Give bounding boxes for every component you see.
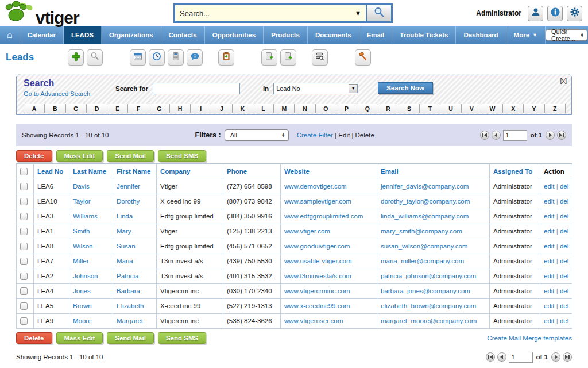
alphabet-letter-C[interactable]: C — [65, 103, 87, 113]
last-name-link[interactable]: Moore — [73, 317, 92, 324]
del-link[interactable]: del — [560, 288, 568, 294]
email-link[interactable]: jennifer_davis@company.com — [381, 183, 469, 190]
del-link[interactable]: del — [560, 302, 568, 309]
search-dropdown-icon[interactable]: ▼ — [350, 5, 366, 21]
alphabet-letter-Q[interactable]: Q — [357, 103, 378, 113]
email-link[interactable]: barbara_jones@company.com — [381, 288, 470, 294]
import-button[interactable] — [261, 49, 277, 66]
row-checkbox[interactable] — [20, 317, 28, 325]
alphabet-letter-O[interactable]: O — [315, 103, 336, 113]
previous-page-button[interactable] — [497, 352, 506, 362]
email-link[interactable]: margaret_moore@company.com — [381, 317, 477, 324]
delete-button[interactable]: Delete — [16, 150, 52, 162]
send-mail-button[interactable]: Send Mail — [107, 332, 154, 344]
website-link[interactable]: www.usable-vtiger.com — [284, 258, 352, 264]
tab-contacts[interactable]: Contacts — [161, 26, 205, 44]
clock-button[interactable] — [149, 49, 165, 66]
settings-button[interactable] — [567, 6, 582, 21]
first-name-link[interactable]: Susan — [117, 243, 136, 250]
last-page-button[interactable] — [563, 352, 572, 362]
alphabet-letter-I[interactable]: I — [190, 103, 211, 113]
alphabet-letter-J[interactable]: J — [211, 103, 232, 113]
del-link[interactable]: del — [560, 317, 568, 324]
first-page-button[interactable] — [480, 131, 489, 140]
col-assigned-to[interactable]: Assigned To — [490, 164, 540, 179]
calculator-button[interactable] — [168, 49, 184, 66]
website-link[interactable]: www.vtigercrminc.com — [284, 288, 350, 294]
row-checkbox[interactable] — [20, 302, 28, 310]
global-search-button[interactable] — [366, 5, 391, 21]
row-checkbox[interactable] — [20, 213, 28, 220]
last-name-link[interactable]: Williams — [73, 213, 98, 220]
del-link[interactable]: del — [560, 183, 568, 190]
settings-tools-button[interactable] — [355, 49, 371, 66]
alphabet-letter-M[interactable]: M — [273, 103, 295, 113]
col-last-name[interactable]: Last Name — [69, 164, 113, 179]
last-name-link[interactable]: Miller — [73, 258, 88, 264]
mail-merge-link[interactable]: Create Mail Merge templates — [487, 335, 572, 342]
last-name-link[interactable]: Brown — [73, 302, 92, 309]
edit-link[interactable]: edit — [544, 258, 555, 264]
alphabet-letter-B[interactable]: B — [44, 103, 65, 113]
send-mail-button[interactable]: Send Mail — [107, 150, 154, 162]
edit-link[interactable]: edit — [544, 317, 555, 324]
alphabet-letter-D[interactable]: D — [86, 103, 107, 113]
email-link[interactable]: linda_williams@company.com — [381, 213, 469, 220]
last-name-link[interactable]: Wilson — [73, 243, 93, 250]
edit-link[interactable]: edit — [544, 243, 555, 250]
search-leads-button[interactable] — [87, 49, 103, 66]
first-name-link[interactable]: Elizabeth — [117, 302, 144, 309]
first-name-link[interactable]: Mary — [117, 228, 131, 235]
page-number-input[interactable] — [509, 352, 533, 363]
alphabet-letter-P[interactable]: P — [336, 103, 357, 113]
chat-button[interactable] — [187, 49, 203, 66]
website-link[interactable]: www.edfggrouplimited.com — [284, 213, 363, 220]
search-for-input[interactable] — [153, 83, 240, 94]
email-link[interactable]: mary_smith@company.com — [381, 228, 462, 235]
email-link[interactable]: susan_wilson@company.com — [381, 243, 467, 250]
edit-link[interactable]: edit — [544, 228, 555, 235]
last-page-button[interactable] — [557, 131, 566, 140]
last-name-link[interactable]: Taylor — [73, 198, 91, 205]
col-email[interactable]: Email — [377, 164, 490, 179]
col-phone[interactable]: Phone — [223, 164, 281, 179]
alphabet-letter-T[interactable]: T — [419, 103, 440, 113]
row-checkbox[interactable] — [20, 228, 28, 235]
alphabet-letter-E[interactable]: E — [107, 103, 128, 113]
alphabet-letter-L[interactable]: L — [253, 103, 274, 113]
first-name-link[interactable]: Barbara — [117, 288, 140, 294]
col-website[interactable]: Website — [281, 164, 377, 179]
first-name-link[interactable]: Margaret — [117, 317, 143, 324]
export-button[interactable] — [280, 49, 296, 66]
tab-more[interactable]: More▼ — [506, 26, 546, 44]
edit-link[interactable]: edit — [544, 198, 555, 205]
alphabet-letter-R[interactable]: R — [378, 103, 399, 113]
alphabet-letter-S[interactable]: S — [399, 103, 420, 113]
alphabet-letter-W[interactable]: W — [482, 103, 503, 113]
col-lead-no[interactable]: Lead No — [34, 164, 69, 179]
tab-calendar[interactable]: Calendar — [20, 26, 64, 44]
edit-link[interactable]: edit — [544, 273, 555, 279]
row-checkbox[interactable] — [20, 273, 28, 280]
search-field-select[interactable]: Lead No ▼ — [273, 83, 358, 94]
advanced-search-link[interactable]: Go to Advanced Search — [24, 90, 90, 97]
next-page-button[interactable] — [546, 131, 555, 140]
clipboard-transfer-button[interactable] — [218, 49, 234, 66]
next-page-button[interactable] — [551, 352, 560, 362]
alphabet-letter-U[interactable]: U — [440, 103, 461, 113]
first-name-link[interactable]: Jennifer — [117, 183, 140, 190]
email-link[interactable]: maria_miller@company.com — [381, 258, 464, 264]
website-link[interactable]: www.t3minvesta/s.com — [284, 273, 351, 279]
col-company[interactable]: Company — [157, 164, 223, 179]
filter-select[interactable]: All ▲▼ — [225, 129, 289, 141]
alphabet-letter-V[interactable]: V — [461, 103, 482, 113]
website-link[interactable]: www.vtigeruser.com — [284, 317, 343, 324]
website-link[interactable]: www.gooduivtiger.com — [284, 243, 350, 250]
email-link[interactable]: dorothy_taylor@company.com — [381, 198, 470, 205]
edit-filter-link[interactable]: Edit — [338, 132, 350, 139]
edit-link[interactable]: edit — [544, 213, 555, 220]
close-search-panel[interactable]: [x] — [560, 77, 567, 84]
first-name-link[interactable]: Patricia — [117, 273, 138, 279]
page-number-input[interactable] — [503, 130, 527, 141]
send-sms-button[interactable]: Send SMS — [158, 150, 206, 162]
